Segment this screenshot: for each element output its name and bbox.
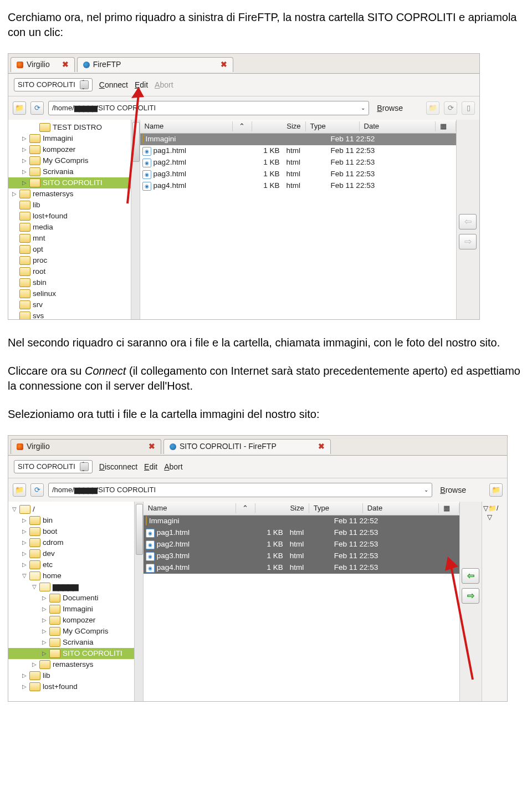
- connect-button[interactable]: Connect: [99, 80, 128, 90]
- tree-item[interactable]: ▷My GCompris: [8, 626, 143, 637]
- close-icon[interactable]: ✖: [149, 441, 155, 452]
- file-list-header[interactable]: Name ⌃ Size Type Date ▦: [140, 120, 456, 134]
- scroll-thumb[interactable]: [136, 504, 143, 555]
- tab-virgilio[interactable]: Virgilio✖: [11, 439, 161, 454]
- tree-item[interactable]: srv: [8, 299, 140, 310]
- file-row[interactable]: ◉pag1.html1 KBhtmlFeb 11 22:53: [144, 527, 459, 539]
- twisty-icon[interactable]: ▷: [12, 188, 17, 200]
- twisty-icon[interactable]: ▷: [22, 670, 27, 681]
- tree-item[interactable]: ▷Immagini: [8, 133, 140, 144]
- twisty-icon[interactable]: ▷: [22, 144, 27, 155]
- twisty-icon[interactable]: ▷: [22, 548, 27, 559]
- twisty-icon[interactable]: ▷: [22, 526, 27, 537]
- col-name[interactable]: Name: [140, 121, 233, 131]
- tree-item[interactable]: ▽/: [8, 504, 143, 515]
- folder-up-icon[interactable]: 📁: [13, 101, 26, 115]
- close-icon[interactable]: ✖: [221, 59, 227, 70]
- col-size[interactable]: Size: [252, 121, 306, 131]
- tree-item[interactable]: ▷My GCompris: [8, 155, 140, 166]
- file-row[interactable]: ImmaginiFeb 11 22:52: [144, 516, 459, 527]
- remote-folder-icon[interactable]: 📁: [489, 483, 503, 497]
- tree-item[interactable]: ▽▆▆▆▆▆: [8, 581, 143, 593]
- tree-item[interactable]: lib: [8, 200, 140, 211]
- account-dropdown[interactable]: SITO COPROLITI: [14, 78, 93, 91]
- chevron-down-icon[interactable]: ⌄: [361, 104, 365, 112]
- col-name[interactable]: Name: [144, 503, 236, 513]
- file-row[interactable]: ◉pag4.html1 KBhtmlFeb 11 22:53: [140, 180, 456, 192]
- tree-item[interactable]: ▷cdrom: [8, 537, 143, 548]
- tree-item[interactable]: opt: [8, 244, 140, 255]
- tree-item[interactable]: lost+found: [8, 211, 140, 222]
- twisty-icon[interactable]: ▷: [22, 515, 27, 526]
- file-row[interactable]: ◉pag2.html1 KBhtmlFeb 11 22:53: [144, 539, 459, 550]
- file-row[interactable]: ◉pag3.html1 KBhtmlFeb 11 22:53: [144, 550, 459, 562]
- refresh-icon[interactable]: ⟳: [30, 101, 44, 115]
- folder-tree[interactable]: TEST DISTRO▷Immagini▷kompozer▷My GCompri…: [8, 120, 140, 319]
- tree-item[interactable]: ▷remastersys: [8, 659, 143, 670]
- tab-virgilio[interactable]: Virgilio✖: [11, 57, 75, 72]
- tree-item[interactable]: ▷dev: [8, 548, 143, 559]
- twisty-icon[interactable]: ▷: [42, 648, 47, 659]
- tree-item[interactable]: ▽home: [8, 570, 143, 581]
- browse-button[interactable]: Browse: [377, 103, 403, 114]
- folder-tree[interactable]: ▽/▷bin▷boot▷cdrom▷dev▷etc▽home▽▆▆▆▆▆▷Doc…: [8, 502, 144, 701]
- file-row[interactable]: ◉pag3.html1 KBhtmlFeb 11 22:53: [140, 169, 456, 180]
- column-picker-icon[interactable]: ▦: [439, 503, 459, 513]
- tree-item[interactable]: ▷etc: [8, 559, 143, 570]
- chevron-down-icon[interactable]: ⌄: [424, 486, 428, 494]
- tab-fireftp[interactable]: SITO COPROLITI - FireFTP✖: [163, 439, 331, 454]
- tab-fireftp[interactable]: FireFTP✖: [77, 57, 233, 72]
- path-input[interactable]: /home/▆▆▆▆▆/SITO COPROLITI ⌄: [48, 101, 369, 115]
- refresh-icon[interactable]: ⟳: [30, 483, 44, 497]
- tree-item[interactable]: proc: [8, 255, 140, 266]
- disconnect-button[interactable]: Disconnect: [99, 462, 137, 472]
- close-icon[interactable]: ✖: [62, 59, 69, 70]
- close-icon[interactable]: ✖: [318, 441, 325, 452]
- edit-button[interactable]: Edit: [144, 462, 157, 472]
- browse-button[interactable]: Browse: [440, 485, 466, 496]
- tree-item[interactable]: ▷kompozer: [8, 615, 143, 626]
- tree-item[interactable]: ▷bin: [8, 515, 143, 526]
- tree-item[interactable]: ▷Scrivania: [8, 637, 143, 648]
- tree-item[interactable]: selinux: [8, 288, 140, 299]
- tree-item[interactable]: ▷Scrivania: [8, 166, 140, 177]
- twisty-icon[interactable]: ▷: [22, 681, 27, 692]
- twisty-icon[interactable]: ▷: [22, 559, 27, 570]
- tree-item[interactable]: ▷lost+found: [8, 681, 143, 692]
- remote-root[interactable]: /: [497, 504, 498, 512]
- tree-item[interactable]: root: [8, 266, 140, 277]
- col-size[interactable]: Size: [255, 503, 309, 513]
- column-picker-icon[interactable]: ▦: [436, 121, 456, 131]
- tree-item[interactable]: media: [8, 222, 140, 233]
- file-list-header[interactable]: Name ⌃ Size Type Date ▦: [144, 502, 459, 516]
- account-dropdown[interactable]: SITO COPROLITI: [14, 460, 93, 473]
- col-date[interactable]: Date: [360, 121, 436, 131]
- file-row[interactable]: ◉pag4.html1 KBhtmlFeb 11 22:53: [144, 562, 459, 574]
- sort-icon[interactable]: ⌃: [233, 121, 252, 131]
- download-button[interactable]: ⇦: [462, 568, 479, 584]
- scroll-thumb[interactable]: [132, 122, 140, 162]
- twisty-icon[interactable]: ▷: [22, 155, 27, 166]
- twisty-icon[interactable]: ▷: [42, 615, 47, 626]
- twisty-icon[interactable]: ▷: [42, 626, 47, 637]
- abort-button[interactable]: Abort: [164, 462, 182, 472]
- twisty-icon[interactable]: ▽: [22, 570, 27, 581]
- file-row[interactable]: ◉pag2.html1 KBhtmlFeb 11 22:53: [140, 157, 456, 169]
- tree-item[interactable]: ▷lib: [8, 670, 143, 681]
- path-input[interactable]: /home/▆▆▆▆▆/SITO COPROLITI ⌄: [48, 483, 432, 497]
- file-row[interactable]: ImmaginiFeb 11 22:52: [140, 134, 456, 145]
- tree-item[interactable]: ▷SITO COPROLITI: [8, 177, 140, 188]
- tree-item[interactable]: svs: [8, 310, 140, 319]
- twisty-icon[interactable]: ▷: [22, 177, 27, 188]
- tree-item[interactable]: TEST DISTRO: [8, 122, 140, 133]
- tree-item[interactable]: ▷Documenti: [8, 593, 143, 604]
- file-list[interactable]: Name ⌃ Size Type Date ▦ ImmaginiFeb 11 2…: [140, 120, 456, 319]
- col-date[interactable]: Date: [363, 503, 439, 513]
- twisty-icon[interactable]: ▷: [42, 593, 47, 604]
- upload-button[interactable]: ⇨: [462, 588, 479, 604]
- twisty-icon[interactable]: ▷: [22, 133, 27, 144]
- col-type[interactable]: Type: [306, 121, 360, 131]
- folder-up-icon[interactable]: 📁: [13, 483, 26, 497]
- file-row[interactable]: ◉pag1.html1 KBhtmlFeb 11 22:53: [140, 145, 456, 157]
- twisty-icon[interactable]: ▽: [32, 581, 37, 593]
